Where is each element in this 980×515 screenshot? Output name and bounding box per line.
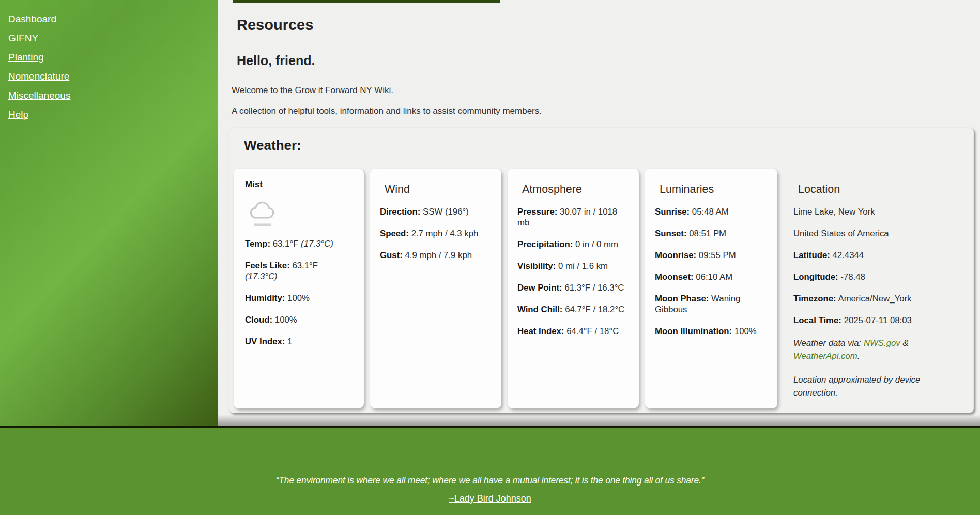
moon-phase-row: Moon Phase: Waning Gibbous	[655, 293, 768, 315]
atmosphere-card-title: Atmosphere	[522, 183, 629, 195]
latitude-row: Latitude: 42.4344	[793, 250, 959, 261]
location-card: Location Lime Lake, New York United Stat…	[784, 169, 969, 408]
dew-point-row: Dew Point: 61.3°F / 16.3°C	[517, 282, 629, 293]
timezone-row: Timezone: America/New_York	[793, 293, 959, 304]
greeting-heading: Hello, friend.	[218, 34, 980, 68]
atmosphere-card: Atmosphere Pressure: 30.07 in / 1018 mb …	[508, 169, 639, 408]
wind-card-title: Wind	[385, 183, 492, 195]
main-content: Resources Hello, friend. Welcome to the …	[218, 0, 980, 426]
uv-index-row: UV Index: 1	[245, 336, 353, 347]
sidebar: Dashboard GIFNY Planting Nomenclature Mi…	[0, 0, 218, 426]
location-note-line: Location approximated by device connecti…	[793, 373, 959, 399]
temp-row: Temp: 63.1°F (17.3°C)	[245, 238, 353, 249]
moonset-row: Moonset: 06:10 AM	[655, 271, 768, 282]
intro-line-2: A collection of helpful tools, informati…	[218, 96, 980, 116]
visibility-row: Visibility: 0 mi / 1.6 km	[517, 261, 629, 271]
condition-title: Mist	[245, 179, 353, 190]
humidity-row: Humidity: 100%	[245, 293, 353, 304]
sunset-row: Sunset: 08:51 PM	[655, 228, 768, 239]
city-line: Lime Lake, New York	[793, 206, 959, 217]
longitude-row: Longitude: -78.48	[793, 271, 959, 282]
header-accent-bar	[233, 0, 500, 3]
quote-attribution-link[interactable]: ~Lady Bird Johnson	[449, 493, 531, 504]
pressure-row: Pressure: 30.07 in / 1018 mb	[517, 206, 629, 228]
location-card-title: Location	[798, 183, 959, 195]
wind-chill-row: Wind Chill: 64.7°F / 18.2°C	[517, 304, 629, 315]
heat-index-row: Heat Index: 64.4°F / 18°C	[517, 326, 629, 337]
sidebar-item-gifny[interactable]: GIFNY	[8, 33, 38, 43]
wind-card: Wind Direction: SSW (196°) Speed: 2.7 mp…	[370, 169, 501, 408]
feels-like-row: Feels Like: 63.1°F (17.3°C)	[245, 260, 353, 282]
current-conditions-card: Mist Temp: 63.1°F (17.3°C) Feels Like: 6…	[234, 169, 364, 408]
page-body: Dashboard GIFNY Planting Nomenclature Mi…	[0, 0, 980, 426]
footer-quote: “The environment is where we all meet; w…	[0, 428, 980, 486]
luminaries-card-title: Luminaries	[660, 183, 768, 195]
local-time-row: Local Time: 2025-07-11 08:03	[793, 315, 959, 326]
country-line: United States of America	[793, 228, 959, 239]
moon-illumination-row: Moon Illumination: 100%	[655, 326, 768, 337]
moonrise-row: Moonrise: 09:55 PM	[655, 250, 768, 261]
cloud-row: Cloud: 100%	[245, 314, 353, 325]
sidebar-item-help[interactable]: Help	[8, 109, 28, 120]
intro-line-1: Welcome to the Grow it Forward NY Wiki.	[218, 68, 980, 96]
sidebar-item-planting[interactable]: Planting	[8, 52, 44, 63]
luminaries-card: Luminaries Sunrise: 05:48 AM Sunset: 08:…	[645, 169, 777, 408]
sidebar-item-dashboard[interactable]: Dashboard	[8, 13, 56, 24]
sidebar-item-nomenclature[interactable]: Nomenclature	[8, 71, 69, 82]
content-bottom-shadow	[218, 415, 980, 426]
mist-cloud-icon	[249, 197, 276, 230]
weather-cards-row: Mist Temp: 63.1°F (17.3°C) Feels Like: 6…	[234, 169, 969, 408]
speed-row: Speed: 2.7 mph / 4.3 kph	[380, 228, 492, 239]
weather-heading: Weather:	[244, 138, 969, 153]
sunrise-row: Sunrise: 05:48 AM	[655, 206, 768, 217]
footer: “The environment is where we all meet; w…	[0, 426, 980, 515]
gust-row: Gust: 4.9 mph / 7.9 kph	[380, 250, 492, 261]
direction-row: Direction: SSW (196°)	[380, 206, 492, 217]
page-title: Resources	[218, 0, 980, 34]
precipitation-row: Precipitation: 0 in / 0 mm	[517, 239, 629, 250]
sidebar-item-miscellaneous[interactable]: Miscellaneous	[8, 90, 70, 101]
nws-gov-link[interactable]: NWS.gov	[864, 338, 900, 348]
weather-panel: Weather: Mist Temp: 63.1°F (17.3°C) Feel…	[229, 128, 974, 413]
weather-data-credit-line: Weather data via: NWS.gov & WeatherApi.c…	[793, 337, 959, 362]
weatherapi-com-link[interactable]: WeatherApi.com	[793, 351, 858, 361]
